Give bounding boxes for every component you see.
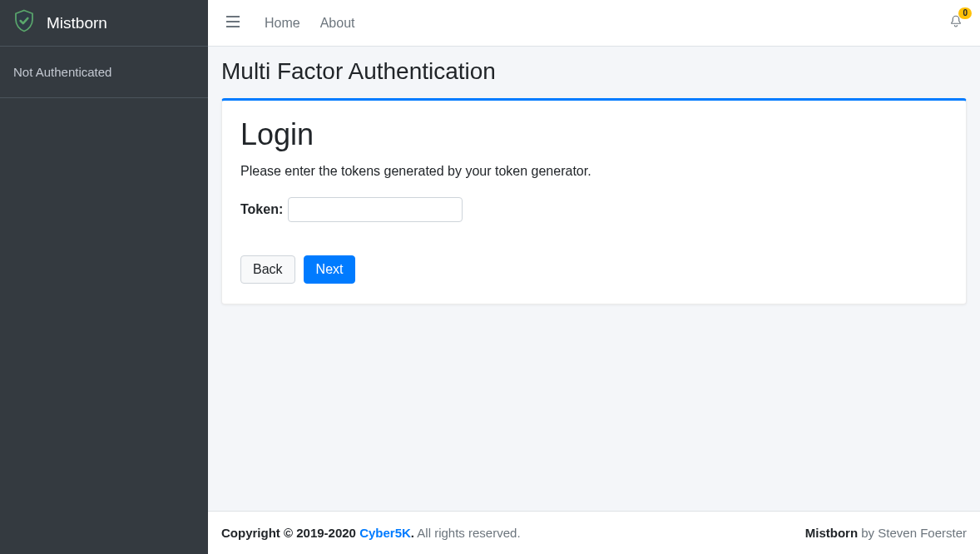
footer: Copyright © 2019-2020 Cyber5K. All right… — [208, 511, 980, 554]
shield-check-icon — [12, 8, 37, 37]
next-button[interactable]: Next — [304, 255, 356, 284]
sidebar: Mistborn Not Authenticated — [0, 0, 208, 554]
brand-name: Mistborn — [47, 14, 107, 32]
card-heading: Login — [240, 117, 948, 152]
auth-status: Not Authenticated — [0, 47, 208, 98]
author-text: by Steven Foerster — [858, 526, 967, 540]
token-row: Token: — [240, 197, 948, 222]
main: Home About 0 Multi Factor Authentication… — [208, 0, 980, 554]
bell-icon — [948, 19, 963, 32]
hamburger-icon — [226, 14, 240, 31]
nav-about[interactable]: About — [320, 16, 355, 31]
company-link[interactable]: Cyber5K — [359, 526, 411, 540]
card-subtext: Please enter the tokens generated by you… — [240, 164, 948, 179]
menu-toggle-button[interactable] — [221, 11, 245, 35]
content: Multi Factor Authentication Login Please… — [208, 47, 980, 511]
footer-right: Mistborn by Steven Foerster — [805, 526, 967, 540]
notifications-badge: 0 — [958, 7, 972, 19]
rights-text: All rights reserved. — [414, 526, 521, 540]
product-name: Mistborn — [805, 526, 858, 540]
back-button[interactable]: Back — [240, 255, 295, 284]
brand[interactable]: Mistborn — [0, 0, 208, 47]
notifications-button[interactable]: 0 — [945, 11, 967, 35]
token-label: Token: — [240, 202, 283, 217]
copyright-text: Copyright © 2019-2020 — [221, 526, 359, 540]
button-row: Back Next — [240, 255, 948, 284]
token-input[interactable] — [288, 197, 463, 222]
nav-home[interactable]: Home — [265, 16, 300, 31]
page-title: Multi Factor Authentication — [221, 58, 967, 85]
login-card: Login Please enter the tokens generated … — [221, 98, 967, 304]
footer-left: Copyright © 2019-2020 Cyber5K. All right… — [221, 526, 521, 540]
topbar: Home About 0 — [208, 0, 980, 47]
